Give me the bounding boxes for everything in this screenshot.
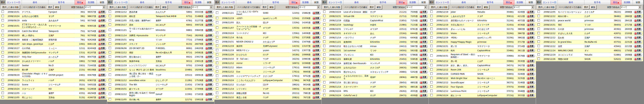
column-header-song[interactable]: 曲名 xyxy=(129,0,156,5)
row-checkbox[interactable] xyxy=(323,45,326,47)
vote-button[interactable]: 投票 xyxy=(634,36,642,39)
row-checkbox[interactable] xyxy=(538,32,540,34)
row-checkbox[interactable] xyxy=(323,66,326,69)
row-checkbox[interactable] xyxy=(109,93,111,95)
row-checkbox[interactable] xyxy=(430,36,433,38)
row-checkbox[interactable] xyxy=(216,53,218,56)
delete-selected-button[interactable]: 選択した曲を削除 xyxy=(537,5,556,9)
row-checkbox[interactable] xyxy=(109,19,111,21)
vote-button[interactable]: 投票 xyxy=(526,55,535,57)
select-all-button[interactable]: 選択 xyxy=(47,5,53,9)
vote-button[interactable]: 投票 xyxy=(526,28,535,31)
vote-button[interactable]: 投票 xyxy=(634,32,642,35)
row-checkbox[interactable] xyxy=(2,60,4,62)
row-checkbox[interactable] xyxy=(430,81,433,83)
row-checkbox[interactable] xyxy=(109,51,111,54)
vote-button[interactable]: 投票 xyxy=(98,88,106,90)
vote-button[interactable]: 投票 xyxy=(312,62,320,65)
row-checkbox[interactable] xyxy=(323,58,326,60)
row-checkbox[interactable] xyxy=(430,94,433,96)
select-all-button[interactable]: 選択 xyxy=(583,5,589,9)
vote-button[interactable]: 投票 xyxy=(205,43,213,45)
vote-button[interactable]: 投票 xyxy=(98,96,106,99)
row-checkbox[interactable] xyxy=(430,73,433,75)
column-header-artist[interactable]: 歌手名 xyxy=(263,0,289,5)
row-checkbox[interactable] xyxy=(109,47,111,49)
row-checkbox[interactable] xyxy=(430,68,433,71)
vote-button[interactable]: 投票 xyxy=(420,32,428,35)
row-checkbox[interactable] xyxy=(538,49,540,51)
vote-button[interactable]: 投票 xyxy=(205,88,213,90)
vote-button[interactable]: 投票 xyxy=(205,15,213,18)
vote-button[interactable]: 投票 xyxy=(420,36,428,39)
row-checkbox[interactable] xyxy=(538,28,540,30)
column-header-artist[interactable]: 歌手名 xyxy=(156,0,182,5)
vote-button[interactable]: 投票 xyxy=(420,11,428,14)
column-header-song[interactable]: 曲名 xyxy=(558,0,584,5)
vote-button[interactable]: 投票 xyxy=(526,85,535,88)
column-header-status[interactable]: 状態 xyxy=(526,0,536,5)
vote-button[interactable]: 投票 xyxy=(98,34,106,37)
status-filter-dropdown[interactable]: すべて ▼ xyxy=(192,6,213,9)
row-checkbox[interactable] xyxy=(109,98,111,100)
column-header-status[interactable]: 状態 xyxy=(633,0,643,5)
vote-button[interactable]: 投票 xyxy=(634,28,642,31)
row-checkbox[interactable] xyxy=(109,79,111,81)
row-checkbox[interactable] xyxy=(109,29,111,31)
column-header-select[interactable]: 選択 xyxy=(107,0,113,5)
select-all-button[interactable]: 選択 xyxy=(261,5,268,9)
row-checkbox[interactable] xyxy=(430,32,433,34)
vote-button[interactable]: 投票 xyxy=(420,28,428,31)
row-checkbox[interactable] xyxy=(109,23,111,26)
row-checkbox[interactable] xyxy=(538,36,540,38)
vote-button[interactable]: 投票 xyxy=(420,85,428,88)
vote-button[interactable]: 投票 xyxy=(526,68,535,71)
vote-button[interactable]: 投票 xyxy=(634,23,642,26)
deselect-all-button[interactable]: 解除 xyxy=(268,5,275,9)
vote-button[interactable]: 投票 xyxy=(526,32,535,35)
vote-button[interactable]: 投票 xyxy=(420,71,428,74)
row-checkbox[interactable] xyxy=(430,45,433,47)
vote-button[interactable]: 投票 xyxy=(98,83,106,86)
row-checkbox[interactable] xyxy=(538,58,540,60)
row-checkbox[interactable] xyxy=(109,55,111,58)
vote-button[interactable]: 投票 xyxy=(98,56,106,59)
vote-button[interactable]: 投票 xyxy=(526,23,535,26)
vote-button[interactable]: 投票 xyxy=(526,11,535,14)
row-checkbox[interactable] xyxy=(216,62,218,64)
row-checkbox[interactable] xyxy=(430,11,433,13)
vote-button[interactable]: 投票 xyxy=(205,23,213,26)
column-header-entry-date[interactable]: エントリー日 xyxy=(220,0,236,5)
column-header-rank[interactable]: 順位▲ xyxy=(289,0,300,5)
row-checkbox[interactable] xyxy=(109,42,111,45)
row-checkbox[interactable] xyxy=(109,34,111,36)
row-checkbox[interactable] xyxy=(430,64,433,66)
row-checkbox[interactable] xyxy=(2,34,4,36)
row-checkbox[interactable] xyxy=(2,51,4,54)
vote-button[interactable]: 投票 xyxy=(312,96,320,99)
row-checkbox[interactable] xyxy=(2,30,4,32)
row-checkbox[interactable] xyxy=(2,55,4,58)
vote-button[interactable]: 投票 xyxy=(420,76,428,79)
row-checkbox[interactable] xyxy=(216,40,218,43)
vote-button[interactable]: 投票 xyxy=(205,34,213,37)
column-header-artist[interactable]: 歌手名 xyxy=(584,0,610,5)
vote-button[interactable]: 投票 xyxy=(634,49,642,52)
row-checkbox[interactable] xyxy=(109,38,111,41)
row-checkbox[interactable] xyxy=(323,28,326,30)
column-header-status[interactable]: 状態 xyxy=(204,0,214,5)
vote-button[interactable]: 投票 xyxy=(526,64,535,67)
column-header-votes[interactable]: 投票数 xyxy=(86,0,97,5)
row-checkbox[interactable] xyxy=(2,11,4,13)
column-header-rank[interactable]: 順位▲ xyxy=(182,0,193,5)
vote-button[interactable]: 投票 xyxy=(98,15,106,18)
column-header-status[interactable]: 状態 xyxy=(418,0,429,5)
column-header-select[interactable]: 選択 xyxy=(536,0,542,5)
vote-button[interactable]: 投票 xyxy=(526,81,535,84)
row-checkbox[interactable] xyxy=(323,53,326,56)
vote-button[interactable]: 投票 xyxy=(312,32,320,35)
column-header-artist[interactable]: 歌手名 xyxy=(370,0,396,5)
row-checkbox[interactable] xyxy=(430,60,433,62)
row-checkbox[interactable] xyxy=(109,64,111,66)
row-checkbox[interactable] xyxy=(323,90,326,92)
